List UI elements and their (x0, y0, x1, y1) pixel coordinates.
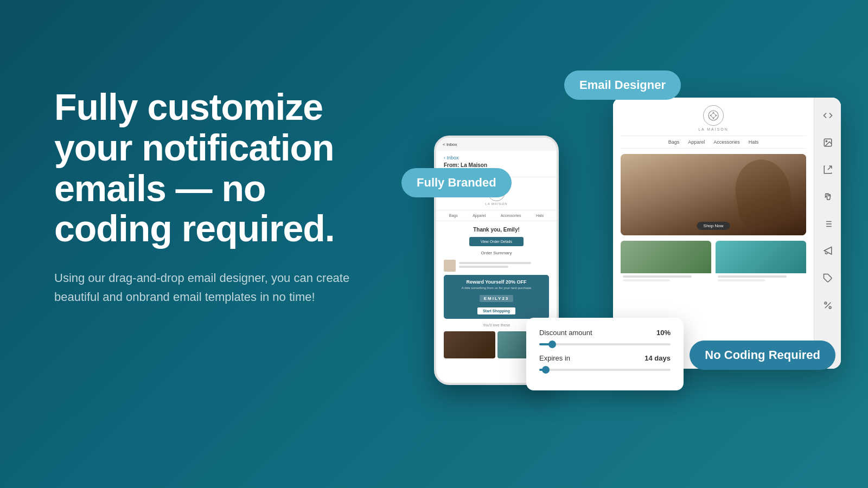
discount-amount-value: 10% (656, 329, 671, 337)
megaphone-icon[interactable] (821, 244, 835, 258)
phone-promo-sub: A little something from us for your next… (449, 286, 544, 290)
phone-line-1 (459, 262, 531, 264)
discount-amount-label: Discount amount (539, 329, 592, 337)
expires-in-label: Expires in (539, 354, 570, 362)
tag-svg (823, 273, 833, 283)
email-designer-badge: Email Designer (564, 70, 681, 100)
discount-panel: Discount amount 10% Expires in 14 days (526, 318, 684, 390)
list-icon[interactable] (821, 217, 835, 231)
phone-promo-box: Reward Yourself 20% OFF A little somethi… (444, 275, 549, 319)
product-line-1 (623, 275, 692, 278)
phone-nav-accessories: Accessories (501, 214, 521, 217)
product-text-2 (716, 273, 806, 284)
main-headline: Fully customize your notification emails… (54, 87, 391, 249)
percent-svg (823, 300, 833, 310)
expires-in-value: 14 days (644, 354, 671, 362)
expires-slider-track[interactable] (539, 369, 671, 371)
brand-name-label: LA MAISON (698, 127, 729, 131)
svg-line-10 (825, 303, 831, 309)
phone-order-row (444, 260, 549, 272)
phone-brand-name: LA MAISON (485, 202, 507, 206)
phone-nav-apparel: Apparel (473, 214, 486, 217)
product-img-1 (621, 241, 711, 273)
logo-icon (707, 110, 719, 121)
phone-promo-title: Reward Yourself 20% OFF (449, 279, 544, 285)
nav-bags: Bags (668, 139, 680, 145)
list-svg (823, 219, 833, 229)
phone-view-order-btn[interactable]: View Order Details (469, 237, 524, 246)
hand-svg (823, 192, 833, 202)
phone-greeting: Thank you, Emily! (444, 227, 549, 233)
discount-slider-track[interactable] (539, 343, 671, 345)
right-section: Email Designer Fully Branded No Coding R… (401, 43, 846, 445)
discount-amount-row: Discount amount 10% (539, 329, 671, 337)
svg-point-2 (826, 140, 827, 142)
product-grid (621, 241, 806, 284)
product-card-1 (621, 241, 711, 284)
feature-image: Shop Now (621, 154, 806, 235)
panel-toolbar (814, 98, 841, 369)
product-text-1 (621, 273, 711, 284)
product-card-2 (716, 241, 806, 284)
sub-text: Using our drag-and-drop email designer, … (54, 268, 358, 306)
phone-order-summary-label: Order Summary (444, 251, 549, 255)
phone-nav: Bags Apparel Accessories Hats (436, 210, 557, 221)
phone-product-thumb-1 (444, 331, 495, 358)
transform-icon[interactable] (821, 163, 835, 177)
phone-order-thumb (444, 260, 456, 272)
percent-icon[interactable] (821, 298, 835, 312)
product-img-2 (716, 241, 806, 273)
discount-slider-thumb[interactable] (548, 341, 556, 348)
image-svg (823, 138, 833, 147)
svg-point-11 (825, 302, 827, 304)
nav-hats: Hats (749, 139, 759, 145)
transform-svg (823, 165, 833, 175)
phone-promo-code: EMILY23 (480, 295, 514, 302)
tag-icon[interactable] (821, 271, 835, 285)
no-coding-badge: No Coding Required (690, 341, 835, 370)
code-icon[interactable] (821, 108, 835, 123)
image-icon[interactable] (821, 136, 835, 150)
product-line-2 (623, 279, 670, 281)
feature-img-label: Shop Now (697, 222, 730, 230)
brand-logo-area: LA MAISON (621, 105, 806, 131)
fully-branded-badge: Fully Branded (401, 168, 512, 197)
product-line-3 (718, 275, 787, 278)
megaphone-svg (823, 246, 833, 256)
expires-slider-thumb[interactable] (542, 366, 550, 374)
phone-line-2 (459, 266, 508, 268)
back-btn: < Inbox (443, 142, 457, 147)
nav-apparel: Apparel (688, 139, 705, 145)
product-line-4 (718, 279, 765, 281)
inbox-back: ‹ Inbox (444, 155, 549, 160)
left-section: Fully customize your notification emails… (54, 87, 391, 307)
phone-order-lines (459, 262, 549, 269)
email-nav: Bags Apparel Accessories Hats (621, 136, 806, 149)
phone-nav-hats: Hats (536, 214, 544, 217)
inbox-from: From: La Maison (444, 162, 549, 168)
nav-accessories: Accessories (713, 139, 740, 145)
hand-icon[interactable] (821, 190, 835, 204)
phone-status-bar: < Inbox (436, 138, 557, 151)
svg-point-12 (829, 306, 831, 309)
expires-in-row: Expires in 14 days (539, 354, 671, 362)
phone-promo-cta[interactable]: Start Shopping (477, 307, 515, 314)
phone-nav-bags: Bags (449, 214, 458, 217)
logo-circle (703, 105, 724, 126)
code-svg (823, 111, 833, 120)
